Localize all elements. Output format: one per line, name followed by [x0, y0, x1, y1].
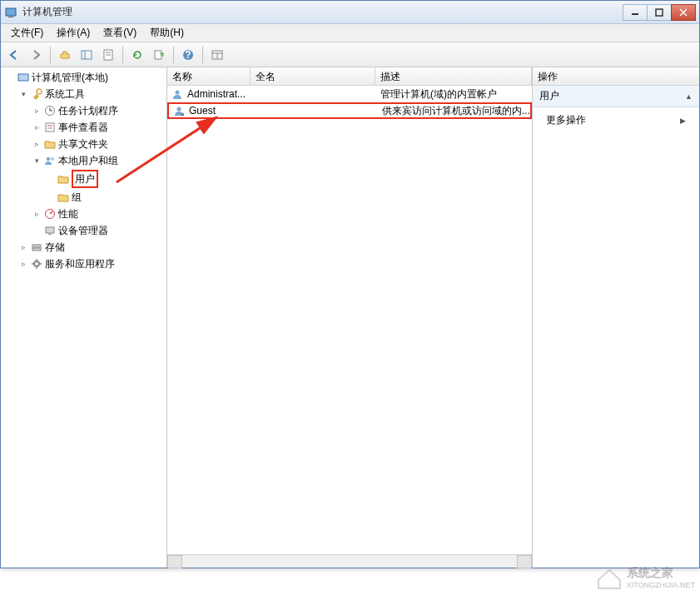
col-fullname[interactable]: 全名 — [251, 67, 375, 85]
view-mode-button[interactable] — [207, 45, 227, 65]
chevron-up-icon: ▲ — [685, 92, 693, 101]
users-icon — [43, 154, 57, 167]
svg-rect-22 — [46, 123, 54, 131]
forward-button[interactable] — [26, 45, 46, 65]
list-row-admin[interactable]: Administrat... 管理计算机(域)的内置帐户 — [167, 86, 532, 102]
close-button[interactable] — [671, 4, 696, 21]
up-level-button[interactable] — [55, 45, 75, 65]
tree-shared-folders[interactable]: ▹ 共享文件夹 — [31, 136, 165, 152]
device-icon — [43, 224, 57, 237]
svg-point-25 — [47, 157, 50, 161]
watermark: 系统之家 XITONGZHIJIA.NET — [597, 565, 695, 590]
tree-groups-label: 组 — [72, 190, 82, 205]
actions-header: 操作 — [533, 67, 699, 86]
svg-point-26 — [51, 157, 54, 161]
tree-performance-label: 性能 — [58, 206, 78, 221]
expand-icon[interactable] — [6, 73, 15, 82]
window-buttons — [623, 4, 696, 21]
actions-pane: 操作 用户 ▲ 更多操作 ▶ — [533, 67, 699, 568]
app-icon — [4, 6, 17, 19]
menu-action[interactable]: 操作(A) — [50, 24, 97, 42]
watermark-url: XITONGZHIJIA.NET — [627, 581, 695, 589]
clock-icon — [43, 104, 57, 117]
row-description: 管理计算机(域)的内置帐户 — [375, 87, 532, 102]
expand-icon[interactable]: ▹ — [19, 243, 28, 252]
export-button[interactable] — [149, 45, 169, 65]
tree-task-scheduler[interactable]: ▹ 任务计划程序 — [31, 102, 165, 119]
row-name: Administrat... — [184, 88, 251, 100]
svg-rect-1 — [8, 17, 13, 17]
menu-help[interactable]: 帮助(H) — [143, 24, 191, 42]
row-name: Guest — [186, 105, 252, 117]
menu-file[interactable]: 文件(F) — [4, 24, 50, 42]
tree-device-manager[interactable]: 设备管理器 — [31, 222, 165, 239]
shared-folder-icon — [43, 137, 57, 151]
tree-users-label: 用户 — [72, 170, 98, 188]
action-more[interactable]: 更多操作 ▶ — [533, 111, 699, 130]
tree-performance[interactable]: ▹ 性能 — [31, 206, 165, 222]
expand-icon[interactable]: ▹ — [19, 260, 28, 269]
spacer-icon — [46, 193, 55, 202]
titlebar[interactable]: 计算机管理 — [1, 1, 699, 24]
svg-rect-31 — [32, 245, 41, 247]
services-icon — [30, 257, 43, 270]
expand-icon[interactable]: ▹ — [32, 107, 42, 116]
back-button[interactable] — [4, 45, 24, 65]
actions-body: 更多操作 ▶ — [533, 107, 699, 133]
menubar: 文件(F) 操作(A) 查看(V) 帮助(H) — [1, 24, 699, 42]
tree-local-users[interactable]: ▾ 本地用户和组 — [31, 152, 165, 169]
spacer-icon — [46, 175, 55, 184]
tree-device-manager-label: 设备管理器 — [58, 223, 108, 238]
svg-text:?: ? — [185, 49, 191, 61]
management-icon — [17, 71, 30, 84]
tree-pane[interactable]: 计算机管理(本地) ▾ 系统工具 — [1, 67, 167, 568]
folder-icon — [57, 172, 70, 186]
main-area: 计算机管理(本地) ▾ 系统工具 — [1, 67, 699, 568]
tools-icon — [30, 87, 43, 101]
menu-view[interactable]: 查看(V) — [97, 24, 143, 42]
show-hide-console-button[interactable] — [77, 45, 97, 65]
tree-system-tools[interactable]: ▾ 系统工具 — [17, 86, 165, 102]
svg-rect-3 — [656, 9, 663, 16]
list-header: 名称 全名 描述 — [167, 67, 532, 86]
svg-rect-6 — [82, 51, 92, 59]
tree-users[interactable]: 用户 — [44, 169, 165, 189]
tree-task-scheduler-label: 任务计划程序 — [58, 103, 118, 118]
collapse-icon[interactable]: ▾ — [19, 90, 28, 99]
svg-rect-11 — [155, 51, 161, 59]
properties-button[interactable] — [98, 45, 118, 65]
list-row-guest[interactable]: Guest 供来宾访问计算机或访问域的内... — [167, 102, 532, 119]
col-name[interactable]: 名称 — [167, 67, 251, 85]
tree-event-viewer-label: 事件查看器 — [58, 120, 108, 135]
svg-point-33 — [34, 261, 39, 266]
tree-groups[interactable]: 组 — [44, 189, 165, 206]
action-more-label: 更多操作 — [546, 113, 586, 127]
help-button[interactable]: ? — [178, 45, 198, 65]
expand-icon[interactable]: ▹ — [32, 123, 42, 132]
horizontal-scrollbar[interactable] — [167, 554, 532, 568]
tree-storage[interactable]: ▹ 存储 — [17, 239, 165, 255]
expand-icon[interactable]: ▹ — [32, 210, 42, 219]
event-icon — [43, 121, 57, 134]
maximize-button[interactable] — [647, 4, 672, 21]
window-title: 计算机管理 — [22, 5, 623, 19]
tree-services-apps[interactable]: ▹ 服务和应用程序 — [17, 255, 165, 272]
chevron-right-icon: ▶ — [680, 117, 686, 125]
collapse-icon[interactable]: ▾ — [32, 156, 42, 166]
tree-local-users-label: 本地用户和组 — [58, 153, 118, 168]
svg-point-34 — [176, 91, 180, 95]
minimize-button[interactable] — [623, 4, 648, 21]
expand-icon[interactable]: ▹ — [32, 140, 42, 149]
svg-rect-32 — [32, 248, 41, 250]
actions-section-users[interactable]: 用户 ▲ — [533, 86, 699, 107]
tree-system-tools-label: 系统工具 — [45, 87, 85, 102]
tree-event-viewer[interactable]: ▹ 事件查看器 — [31, 119, 165, 136]
svg-rect-29 — [46, 227, 54, 233]
svg-rect-30 — [48, 234, 52, 235]
tree-root-label: 计算机管理(本地) — [32, 70, 108, 85]
refresh-button[interactable] — [127, 45, 147, 65]
tree-root[interactable]: 计算机管理(本地) — [4, 69, 165, 86]
list-body[interactable]: Administrat... 管理计算机(域)的内置帐户 Guest 供来宾访问… — [167, 86, 532, 554]
col-description[interactable]: 描述 — [375, 67, 532, 85]
tree-storage-label: 存储 — [45, 240, 65, 255]
